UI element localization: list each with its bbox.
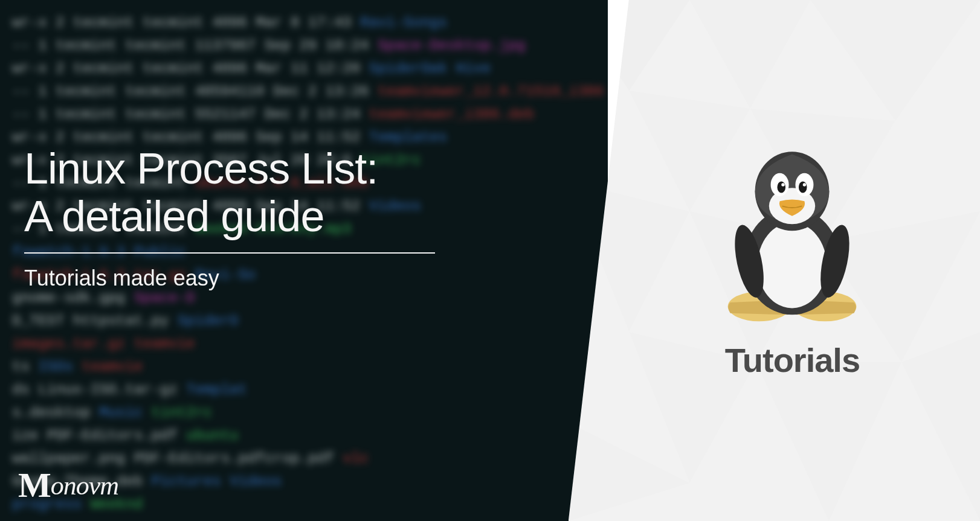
tux-penguin-icon (708, 142, 877, 323)
svg-point-24 (782, 183, 785, 186)
svg-point-15 (758, 222, 827, 308)
svg-point-25 (803, 183, 806, 186)
svg-marker-11 (901, 332, 980, 521)
svg-point-23 (799, 181, 807, 193)
title-divider (24, 252, 435, 254)
right-panel: Tutorials (569, 0, 980, 521)
title-block: Linux Process List: A detailed guide Tut… (24, 145, 435, 291)
logo-text: Monovm (18, 471, 118, 500)
title-line-2: A detailed guide (24, 192, 324, 240)
tux-container: Tutorials (708, 142, 877, 380)
main-title: Linux Process List: A detailed guide (24, 145, 435, 240)
left-panel: wr-x 2 tecmint tecmint 4096 Mar 8 17:43 … (0, 0, 608, 521)
logo-m-glyph: M (18, 465, 51, 505)
title-line-1: Linux Process List: (24, 144, 378, 193)
brand-logo: Monovm (18, 462, 118, 503)
banner-container: wr-x 2 tecmint tecmint 4096 Mar 8 17:43 … (0, 0, 980, 521)
content-overlay: Linux Process List: A detailed guide Tut… (0, 0, 608, 521)
tutorials-label: Tutorials (708, 340, 877, 380)
svg-marker-1 (689, 0, 810, 109)
subtitle: Tutorials made easy (24, 266, 435, 291)
logo-remainder: onovm (51, 471, 118, 500)
svg-marker-9 (756, 362, 901, 521)
svg-marker-2 (810, 0, 980, 121)
svg-point-22 (778, 181, 786, 193)
